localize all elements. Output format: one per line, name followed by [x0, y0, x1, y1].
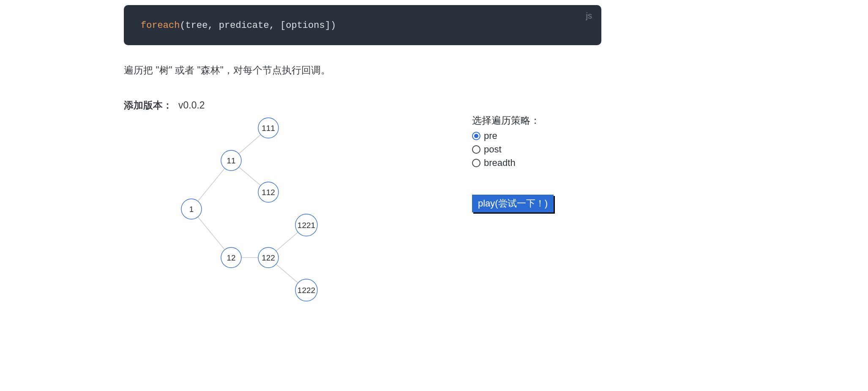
code-args: (tree, predicate, [options]): [180, 20, 336, 31]
tree-node-label: 111: [262, 124, 275, 133]
version-line: 添加版本：v0.0.2: [124, 99, 817, 112]
play-button-label: play(尝试一下！): [478, 198, 548, 209]
tree-node-label: 1: [189, 205, 194, 214]
description-text: 遍历把 "树" 或者 "森林"，对每个节点执行回调。: [124, 64, 817, 77]
tree-node: 1221: [295, 214, 317, 236]
strategy-radio-pre[interactable]: pre: [472, 130, 554, 141]
tree-node: 12: [221, 247, 241, 268]
radio-label: breadth: [484, 157, 516, 168]
tree-edge: [239, 167, 260, 186]
code-function-name: foreach: [141, 20, 180, 31]
version-label: 添加版本：: [124, 100, 172, 111]
tree-node-label: 122: [262, 253, 275, 262]
radio-icon: [472, 159, 480, 167]
strategy-radio-post[interactable]: post: [472, 144, 554, 155]
tree-node: 111: [258, 118, 278, 138]
tree-node-label: 112: [262, 188, 275, 197]
tree-node: 11: [221, 150, 241, 171]
radio-icon: [472, 145, 480, 154]
code-language-badge: js: [586, 11, 592, 21]
controls-panel: 选择遍历策略： prepostbreadth play(尝试一下！): [472, 114, 554, 212]
tree-node: 112: [258, 182, 278, 202]
radio-label: post: [484, 144, 502, 155]
tree-node-label: 1221: [298, 221, 315, 230]
radio-icon: [472, 132, 480, 140]
tree-node: 122: [258, 247, 278, 268]
tree-edge: [276, 264, 298, 283]
strategy-radio-breadth[interactable]: breadth: [472, 157, 554, 168]
tree-diagram: 1111111121212212211222: [149, 116, 360, 310]
tree-edge: [198, 168, 225, 201]
tree-node: 1: [181, 199, 202, 219]
tree-node-label: 12: [227, 253, 235, 262]
tree-node-label: 11: [227, 156, 235, 165]
play-button[interactable]: play(尝试一下！): [472, 195, 554, 212]
tree-node-label: 1222: [298, 286, 315, 295]
radio-label: pre: [484, 130, 497, 141]
tree-edge: [276, 232, 298, 251]
tree-edge: [198, 217, 225, 250]
tree-node: 1222: [295, 279, 317, 301]
code-block: js foreach(tree, predicate, [options]): [124, 5, 601, 45]
controls-title: 选择遍历策略：: [472, 114, 554, 127]
version-value: v0.0.2: [178, 100, 205, 111]
tree-edge: [239, 135, 261, 154]
